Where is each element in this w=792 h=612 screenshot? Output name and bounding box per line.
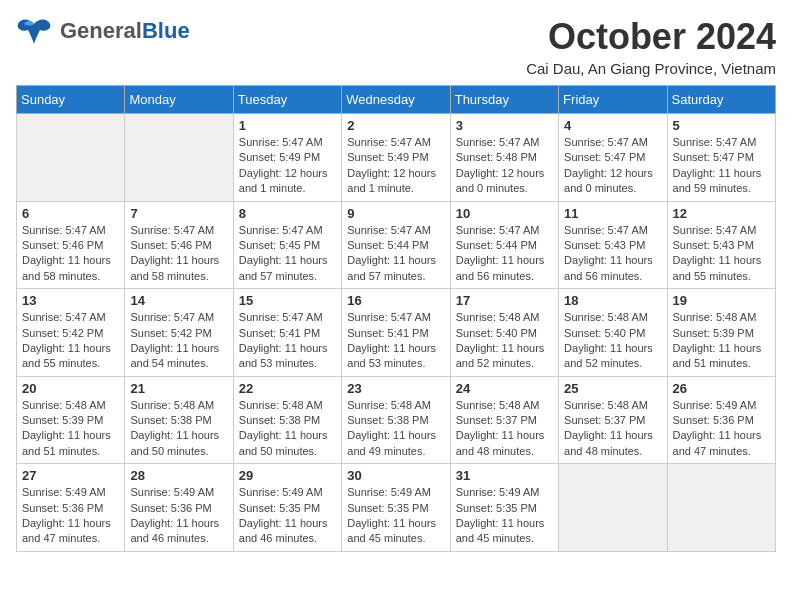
logo: GeneralBlue	[16, 16, 190, 46]
page-header: GeneralBlue October 2024 Cai Dau, An Gia…	[16, 16, 776, 77]
calendar-day: 4Sunrise: 5:47 AMSunset: 5:47 PMDaylight…	[559, 114, 667, 202]
day-info: Sunrise: 5:47 AMSunset: 5:44 PMDaylight:…	[347, 223, 444, 285]
column-header-monday: Monday	[125, 86, 233, 114]
column-header-wednesday: Wednesday	[342, 86, 450, 114]
month-title: October 2024	[526, 16, 776, 58]
calendar-day: 24Sunrise: 5:48 AMSunset: 5:37 PMDayligh…	[450, 376, 558, 464]
calendar-day: 19Sunrise: 5:48 AMSunset: 5:39 PMDayligh…	[667, 289, 775, 377]
day-info: Sunrise: 5:48 AMSunset: 5:37 PMDaylight:…	[456, 398, 553, 460]
day-number: 18	[564, 293, 661, 308]
day-number: 4	[564, 118, 661, 133]
calendar-week-3: 13Sunrise: 5:47 AMSunset: 5:42 PMDayligh…	[17, 289, 776, 377]
day-info: Sunrise: 5:49 AMSunset: 5:35 PMDaylight:…	[239, 485, 336, 547]
day-number: 5	[673, 118, 770, 133]
day-number: 17	[456, 293, 553, 308]
day-info: Sunrise: 5:47 AMSunset: 5:41 PMDaylight:…	[347, 310, 444, 372]
day-number: 14	[130, 293, 227, 308]
calendar-day: 11Sunrise: 5:47 AMSunset: 5:43 PMDayligh…	[559, 201, 667, 289]
day-info: Sunrise: 5:48 AMSunset: 5:39 PMDaylight:…	[673, 310, 770, 372]
calendar-week-5: 27Sunrise: 5:49 AMSunset: 5:36 PMDayligh…	[17, 464, 776, 552]
calendar-day: 23Sunrise: 5:48 AMSunset: 5:38 PMDayligh…	[342, 376, 450, 464]
day-number: 11	[564, 206, 661, 221]
calendar-day: 31Sunrise: 5:49 AMSunset: 5:35 PMDayligh…	[450, 464, 558, 552]
day-number: 7	[130, 206, 227, 221]
calendar-day: 14Sunrise: 5:47 AMSunset: 5:42 PMDayligh…	[125, 289, 233, 377]
day-number: 24	[456, 381, 553, 396]
calendar-day: 6Sunrise: 5:47 AMSunset: 5:46 PMDaylight…	[17, 201, 125, 289]
column-header-thursday: Thursday	[450, 86, 558, 114]
day-info: Sunrise: 5:47 AMSunset: 5:49 PMDaylight:…	[347, 135, 444, 197]
calendar-day: 12Sunrise: 5:47 AMSunset: 5:43 PMDayligh…	[667, 201, 775, 289]
calendar-day	[667, 464, 775, 552]
calendar-day: 20Sunrise: 5:48 AMSunset: 5:39 PMDayligh…	[17, 376, 125, 464]
calendar-day: 22Sunrise: 5:48 AMSunset: 5:38 PMDayligh…	[233, 376, 341, 464]
logo-blue-text: Blue	[142, 18, 190, 43]
calendar-header-row: SundayMondayTuesdayWednesdayThursdayFrid…	[17, 86, 776, 114]
day-info: Sunrise: 5:48 AMSunset: 5:37 PMDaylight:…	[564, 398, 661, 460]
calendar-day	[559, 464, 667, 552]
day-info: Sunrise: 5:49 AMSunset: 5:35 PMDaylight:…	[456, 485, 553, 547]
day-number: 3	[456, 118, 553, 133]
day-info: Sunrise: 5:48 AMSunset: 5:38 PMDaylight:…	[239, 398, 336, 460]
calendar-day: 16Sunrise: 5:47 AMSunset: 5:41 PMDayligh…	[342, 289, 450, 377]
day-info: Sunrise: 5:47 AMSunset: 5:41 PMDaylight:…	[239, 310, 336, 372]
calendar-week-4: 20Sunrise: 5:48 AMSunset: 5:39 PMDayligh…	[17, 376, 776, 464]
calendar-day	[125, 114, 233, 202]
day-number: 20	[22, 381, 119, 396]
calendar-day: 7Sunrise: 5:47 AMSunset: 5:46 PMDaylight…	[125, 201, 233, 289]
calendar-day: 2Sunrise: 5:47 AMSunset: 5:49 PMDaylight…	[342, 114, 450, 202]
calendar-day: 29Sunrise: 5:49 AMSunset: 5:35 PMDayligh…	[233, 464, 341, 552]
logo-general-text: General	[60, 18, 142, 43]
title-block: October 2024 Cai Dau, An Giang Province,…	[526, 16, 776, 77]
day-number: 31	[456, 468, 553, 483]
day-info: Sunrise: 5:49 AMSunset: 5:36 PMDaylight:…	[22, 485, 119, 547]
day-number: 16	[347, 293, 444, 308]
calendar-week-1: 1Sunrise: 5:47 AMSunset: 5:49 PMDaylight…	[17, 114, 776, 202]
calendar-day: 13Sunrise: 5:47 AMSunset: 5:42 PMDayligh…	[17, 289, 125, 377]
column-header-friday: Friday	[559, 86, 667, 114]
day-info: Sunrise: 5:47 AMSunset: 5:47 PMDaylight:…	[673, 135, 770, 197]
day-number: 10	[456, 206, 553, 221]
day-number: 6	[22, 206, 119, 221]
day-info: Sunrise: 5:47 AMSunset: 5:48 PMDaylight:…	[456, 135, 553, 197]
location: Cai Dau, An Giang Province, Vietnam	[526, 60, 776, 77]
day-info: Sunrise: 5:48 AMSunset: 5:40 PMDaylight:…	[456, 310, 553, 372]
day-number: 21	[130, 381, 227, 396]
day-info: Sunrise: 5:47 AMSunset: 5:43 PMDaylight:…	[564, 223, 661, 285]
calendar-day: 3Sunrise: 5:47 AMSunset: 5:48 PMDaylight…	[450, 114, 558, 202]
calendar-day: 21Sunrise: 5:48 AMSunset: 5:38 PMDayligh…	[125, 376, 233, 464]
calendar-day: 30Sunrise: 5:49 AMSunset: 5:35 PMDayligh…	[342, 464, 450, 552]
column-header-sunday: Sunday	[17, 86, 125, 114]
column-header-tuesday: Tuesday	[233, 86, 341, 114]
day-number: 28	[130, 468, 227, 483]
day-number: 29	[239, 468, 336, 483]
day-info: Sunrise: 5:49 AMSunset: 5:36 PMDaylight:…	[673, 398, 770, 460]
calendar-day	[17, 114, 125, 202]
day-info: Sunrise: 5:47 AMSunset: 5:47 PMDaylight:…	[564, 135, 661, 197]
calendar-day: 17Sunrise: 5:48 AMSunset: 5:40 PMDayligh…	[450, 289, 558, 377]
day-number: 15	[239, 293, 336, 308]
day-number: 27	[22, 468, 119, 483]
day-number: 30	[347, 468, 444, 483]
day-number: 2	[347, 118, 444, 133]
day-info: Sunrise: 5:47 AMSunset: 5:46 PMDaylight:…	[130, 223, 227, 285]
day-info: Sunrise: 5:48 AMSunset: 5:38 PMDaylight:…	[347, 398, 444, 460]
calendar-day: 15Sunrise: 5:47 AMSunset: 5:41 PMDayligh…	[233, 289, 341, 377]
day-number: 1	[239, 118, 336, 133]
day-info: Sunrise: 5:48 AMSunset: 5:38 PMDaylight:…	[130, 398, 227, 460]
day-number: 23	[347, 381, 444, 396]
day-info: Sunrise: 5:47 AMSunset: 5:45 PMDaylight:…	[239, 223, 336, 285]
calendar-day: 25Sunrise: 5:48 AMSunset: 5:37 PMDayligh…	[559, 376, 667, 464]
calendar-table: SundayMondayTuesdayWednesdayThursdayFrid…	[16, 85, 776, 552]
day-number: 13	[22, 293, 119, 308]
day-number: 12	[673, 206, 770, 221]
day-info: Sunrise: 5:47 AMSunset: 5:46 PMDaylight:…	[22, 223, 119, 285]
day-info: Sunrise: 5:48 AMSunset: 5:40 PMDaylight:…	[564, 310, 661, 372]
day-info: Sunrise: 5:47 AMSunset: 5:42 PMDaylight:…	[22, 310, 119, 372]
calendar-day: 18Sunrise: 5:48 AMSunset: 5:40 PMDayligh…	[559, 289, 667, 377]
day-info: Sunrise: 5:47 AMSunset: 5:43 PMDaylight:…	[673, 223, 770, 285]
day-number: 19	[673, 293, 770, 308]
column-header-saturday: Saturday	[667, 86, 775, 114]
calendar-day: 8Sunrise: 5:47 AMSunset: 5:45 PMDaylight…	[233, 201, 341, 289]
day-info: Sunrise: 5:47 AMSunset: 5:42 PMDaylight:…	[130, 310, 227, 372]
